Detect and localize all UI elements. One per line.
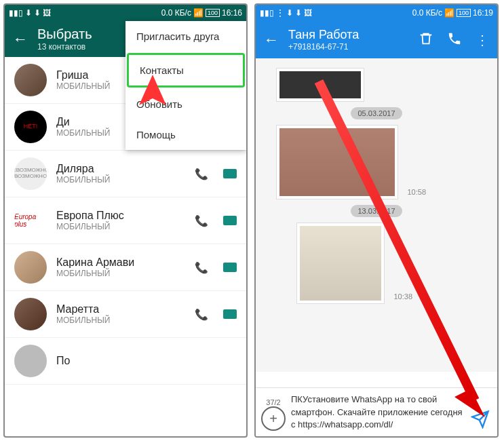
menu-dots-icon: ⋮	[276, 8, 284, 18]
status-bar: ▮▮▯ ⋮ ⬇ ⬇ 🖼 0.0 КБ/с 📶 100 16:19	[256, 5, 497, 21]
video-icon[interactable]	[223, 309, 237, 319]
contact-type: МОБИЛЬНЫЙ	[56, 222, 185, 231]
image-message[interactable]: 10:58	[276, 125, 398, 199]
menu-contacts[interactable]: Контакты	[127, 53, 245, 88]
message-input[interactable]: ПКУстановите WhatsApp на то свой смартфо…	[291, 394, 463, 431]
video-icon[interactable]	[223, 216, 237, 225]
download-icon: ⬇	[34, 8, 41, 18]
call-icon[interactable]: 📞	[195, 308, 208, 321]
image-icon: 🖼	[43, 8, 51, 18]
contact-type: МОБИЛЬНЫЙ	[56, 315, 185, 325]
attach-button[interactable]: +	[261, 406, 286, 431]
avatar	[14, 345, 47, 377]
contact-name: Диляра	[56, 163, 185, 175]
status-bar: ▮▮▯ ⬇ ⬇ 🖼 0.0 КБ/с 📶 100 16:16	[5, 5, 246, 21]
video-icon[interactable]	[223, 263, 237, 272]
video-icon[interactable]	[223, 169, 237, 178]
contact-row[interactable]: Карина Армави МОБИЛЬНЫЙ 📞	[5, 244, 246, 291]
send-button[interactable]	[469, 408, 492, 431]
avatar	[14, 298, 47, 330]
menu-help[interactable]: Помощь	[125, 119, 246, 150]
avatar: НЕТ!	[14, 111, 47, 143]
contact-name: Карина Армави	[56, 256, 185, 269]
whatsapp-screen: ▮▮▯ ⬇ ⬇ 🖼 0.0 КБ/с 📶 100 16:16 ← Выбрать…	[3, 3, 248, 438]
clock: 16:16	[222, 8, 242, 18]
contact-name: Маретта	[56, 303, 185, 315]
contact-name: По	[56, 355, 237, 367]
wifi-icon: 📶	[193, 8, 203, 18]
contact-row[interactable]: НЕВОЗМОЖНОЕ ВОЗМОЖНО Диляра МОБИЛЬНЫЙ 📞	[5, 151, 246, 197]
contact-row[interactable]: Маретта МОБИЛЬНЫЙ 📞	[5, 291, 246, 338]
avatar: НЕВОЗМОЖНОЕ ВОЗМОЖНО	[14, 157, 47, 190]
overflow-menu: Пригласить друга Контакты Обновить Помощ…	[125, 21, 246, 150]
net-speed: 0.0 КБ/с	[412, 8, 442, 18]
chat-header: ← Таня Работа +7918164-67-71 ⋮	[256, 21, 497, 58]
contact-name: Европа Плюс	[56, 210, 185, 222]
menu-invite[interactable]: Пригласить друга	[125, 21, 246, 52]
contact-row[interactable]: Europa plus Европа Плюс МОБИЛЬНЫЙ 📞	[5, 197, 246, 244]
trash-icon[interactable]	[419, 31, 433, 49]
net-speed: 0.0 КБ/с	[161, 8, 191, 18]
header-title: Выбрать	[37, 26, 92, 42]
chat-title: Таня Работа	[288, 28, 359, 42]
header-subtitle: 13 контактов	[37, 42, 92, 52]
back-icon[interactable]: ←	[264, 31, 279, 49]
char-count: 37/2	[261, 398, 286, 406]
download-icon: ⬇	[25, 8, 32, 18]
menu-dots-icon[interactable]: ⋮	[476, 32, 489, 48]
message-time: 10:58	[407, 188, 426, 196]
battery-icon: 100	[457, 9, 471, 17]
messenger-screen: ▮▮▯ ⋮ ⬇ ⬇ 🖼 0.0 КБ/с 📶 100 16:19 ← Таня …	[254, 3, 499, 438]
wifi-icon: 📶	[444, 8, 454, 18]
contact-row[interactable]: По	[5, 338, 246, 385]
back-icon[interactable]: ←	[13, 31, 28, 48]
download-icon: ⬇	[295, 8, 302, 18]
download-icon: ⬇	[286, 8, 293, 18]
avatar: Europa plus	[14, 204, 47, 237]
call-icon[interactable]	[447, 31, 462, 49]
menu-refresh[interactable]: Обновить	[125, 89, 246, 119]
image-icon: 🖼	[304, 8, 312, 18]
call-icon[interactable]: 📞	[195, 168, 208, 180]
avatar	[14, 251, 47, 284]
contact-type: МОБИЛЬНЫЙ	[56, 269, 185, 278]
chat-phone: +7918164-67-71	[288, 42, 359, 52]
call-icon[interactable]: 📞	[195, 261, 208, 274]
date-separator: 13.03.2017	[351, 205, 402, 217]
chat-body: 05.03.2017 10:58 13.03.2017 10:38	[256, 58, 497, 372]
date-separator: 05.03.2017	[351, 107, 402, 119]
message-time: 10:38	[393, 292, 412, 301]
contact-type: МОБИЛЬНЫЙ	[56, 175, 185, 185]
battery-icon: 100	[206, 9, 220, 17]
signal-icon: ▮▮▯	[9, 8, 23, 18]
avatar	[14, 64, 47, 96]
compose-bar: 37/2 + ПКУстановите WhatsApp на то свой …	[256, 387, 497, 436]
clock: 16:19	[473, 8, 493, 18]
call-icon[interactable]: 📞	[195, 214, 208, 227]
image-message[interactable]: 10:38	[296, 223, 385, 304]
image-message[interactable]	[276, 68, 364, 102]
signal-icon: ▮▮▯	[260, 8, 274, 18]
